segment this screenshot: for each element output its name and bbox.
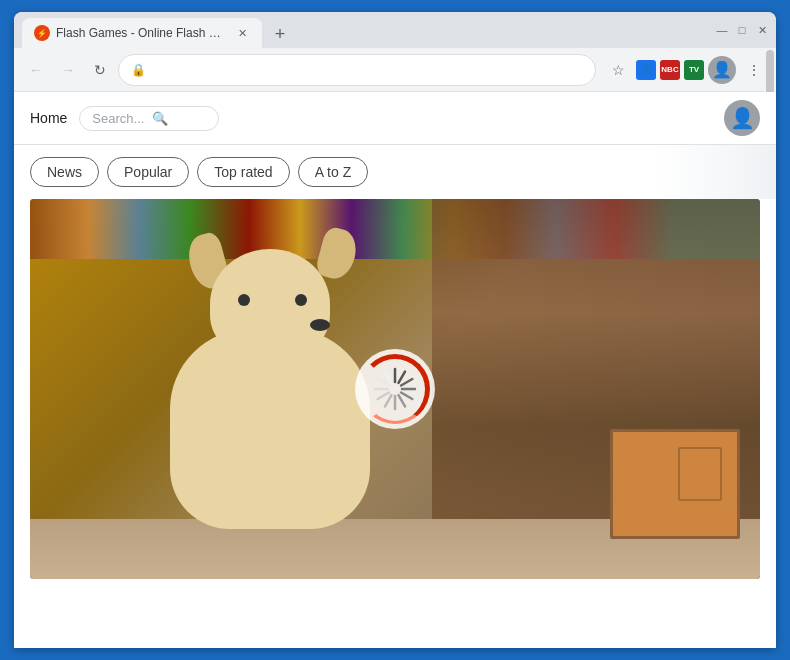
dog-eye-left [295,294,307,306]
close-button[interactable]: ✕ [756,24,768,36]
window-controls: — □ ✕ [716,24,768,36]
extension-user-icon[interactable]: 👤 [636,60,656,80]
home-link[interactable]: Home [30,110,67,126]
loading-spinner [355,349,435,429]
browser-window: Flash Games - Online Flash Gam... ✕ + — … [14,12,776,648]
dog-scene [30,199,760,579]
nav-icons: ☆ 👤 NBC TV 👤 ⋮ [604,56,768,84]
svg-line-2 [401,379,412,386]
back-button[interactable]: ← [22,56,50,84]
bookmark-button[interactable]: ☆ [604,56,632,84]
svg-line-10 [378,379,389,386]
search-placeholder: Search... [92,111,144,126]
pill-a-to-z[interactable]: A to Z [298,157,369,187]
dog-eye-right [238,294,250,306]
pill-popular[interactable]: Popular [107,157,189,187]
tab-title: Flash Games - Online Flash Gam... [56,26,228,40]
dog-nose [310,319,330,331]
svg-line-8 [378,393,389,400]
svg-line-7 [385,395,392,406]
search-icon: 🔍 [152,111,168,126]
svg-line-11 [385,372,392,383]
user-avatar[interactable]: 👤 [708,56,736,84]
new-tab-button[interactable]: + [266,20,294,48]
content-area: Home Search... 🔍 👤 FG News Popular Top r… [14,92,776,648]
tab-close-button[interactable]: ✕ [234,25,250,41]
svg-line-5 [399,395,406,406]
spinner-spokes [370,364,420,414]
refresh-button[interactable]: ↻ [86,56,114,84]
lock-icon: 🔒 [131,63,146,77]
cardboard-box [610,429,740,539]
tab-favicon [34,25,50,41]
search-box[interactable]: Search... 🔍 [79,106,219,131]
maximize-button[interactable]: □ [736,24,748,36]
title-bar: Flash Games - Online Flash Gam... ✕ + — … [14,12,776,48]
header-avatar[interactable]: 👤 [724,100,760,136]
main-image-area [30,199,760,579]
svg-line-1 [399,372,406,383]
active-tab[interactable]: Flash Games - Online Flash Gam... ✕ [22,18,262,48]
pill-news[interactable]: News [30,157,99,187]
svg-line-4 [401,393,412,400]
dog-ear-right [314,225,361,282]
site-header: Home Search... 🔍 👤 [14,92,776,145]
extension-tv-icon[interactable]: TV [684,60,704,80]
nav-bar: ← → ↻ 🔒 ☆ 👤 NBC TV 👤 ⋮ [14,48,776,92]
tab-bar: Flash Games - Online Flash Gam... ✕ + [22,12,716,48]
forward-button[interactable]: → [54,56,82,84]
dog-body [170,329,370,529]
pill-top-rated[interactable]: Top rated [197,157,289,187]
minimize-button[interactable]: — [716,24,728,36]
nav-pills: FG News Popular Top rated A to Z [14,145,776,199]
extension-nbc-icon[interactable]: NBC [660,60,680,80]
address-bar[interactable]: 🔒 [118,54,596,86]
spinner-outer [355,349,435,429]
